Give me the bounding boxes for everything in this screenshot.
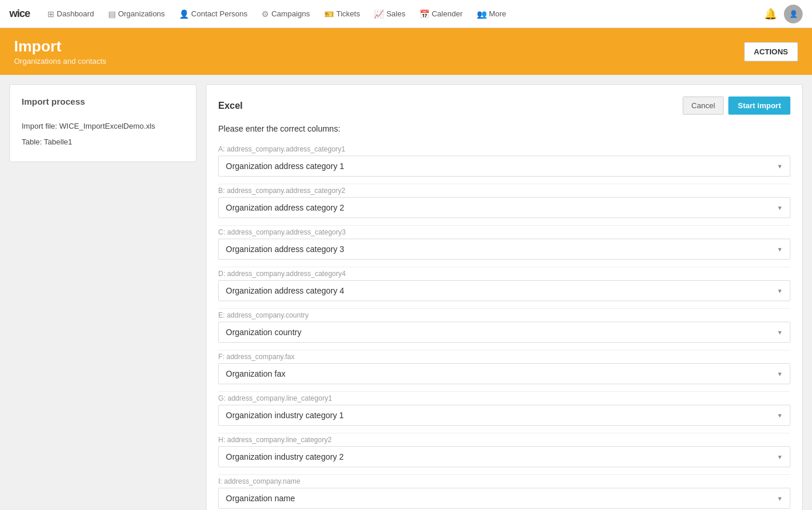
field-section-field-h: H: address_company.line_category2Organiz… <box>218 436 790 475</box>
field-select-field-b[interactable]: Organization address category 2▼ <box>218 197 790 218</box>
nav-label-more: More <box>489 9 507 18</box>
field-section-field-g: G: address_company.line_category1Organiz… <box>218 394 790 433</box>
main-panel: Excel Cancel Start import Please enter t… <box>206 84 803 510</box>
field-value-field-d: Organization address category 4 <box>226 286 344 295</box>
panel-title: Excel <box>218 101 243 111</box>
field-section-field-a: A: address_company.address_category1Orga… <box>218 145 790 184</box>
sidebar: Import process Import file: WICE_ImportE… <box>9 84 197 162</box>
page-title: Import <box>14 37 106 56</box>
field-column-label-field-a: A: address_company.address_category1 <box>218 145 790 153</box>
main-content: Import process Import file: WICE_ImportE… <box>0 75 812 510</box>
nav-item-tickets[interactable]: 🎫 Tickets <box>318 6 366 22</box>
organizations-icon: ▤ <box>108 9 116 19</box>
page-header-text: Import Organizations and contacts <box>14 37 106 66</box>
start-import-button[interactable]: Start import <box>728 97 790 115</box>
chevron-down-icon: ▼ <box>777 412 783 419</box>
calender-icon: 📅 <box>419 9 429 19</box>
chevron-down-icon: ▼ <box>777 371 783 377</box>
instructions-text: Please enter the correct columns: <box>218 124 790 133</box>
contact-persons-icon: 👤 <box>179 9 189 19</box>
field-value-field-e: Organization country <box>226 328 301 337</box>
sidebar-table: Table: Tabelle1 <box>22 134 184 150</box>
sidebar-title: Import process <box>22 97 184 106</box>
chevron-down-icon: ▼ <box>777 495 783 502</box>
nav-label-organizations: Organizations <box>118 9 165 18</box>
nav-item-contact-persons[interactable]: 👤 Contact Persons <box>173 6 253 22</box>
chevron-down-icon: ▼ <box>777 246 783 253</box>
nav-item-campaigns[interactable]: ⚙ Campaigns <box>256 6 316 22</box>
field-section-field-f: F: address_company.faxOrganization fax▼ <box>218 353 790 392</box>
field-section-field-c: C: address_company.address_category3Orga… <box>218 228 790 267</box>
chevron-down-icon: ▼ <box>777 288 783 294</box>
field-value-field-h: Organization industry category 2 <box>226 452 344 461</box>
field-value-field-b: Organization address category 2 <box>226 203 344 212</box>
user-avatar[interactable]: 👤 <box>784 5 803 23</box>
chevron-down-icon: ▼ <box>777 329 783 336</box>
nav-label-campaigns: Campaigns <box>271 9 310 18</box>
field-column-label-field-f: F: address_company.fax <box>218 353 790 361</box>
sidebar-import-file: Import file: WICE_ImportExcelDemo.xls <box>22 118 184 134</box>
field-select-field-i[interactable]: Organization name▼ <box>218 488 790 509</box>
actions-button[interactable]: ACTIONS <box>744 42 799 61</box>
navbar: wice ⊞ Dashboard ▤ Organizations 👤 Conta… <box>0 0 812 28</box>
nav-label-calender: Calender <box>432 9 463 18</box>
field-value-field-c: Organization address category 3 <box>226 244 344 254</box>
panel-actions: Cancel Start import <box>683 97 790 115</box>
field-select-field-a[interactable]: Organization address category 1▼ <box>218 156 790 177</box>
cancel-button[interactable]: Cancel <box>683 97 724 115</box>
field-value-field-g: Organization industry category 1 <box>226 411 344 420</box>
field-column-label-field-d: D: address_company.address_category4 <box>218 270 790 278</box>
campaigns-icon: ⚙ <box>262 9 269 19</box>
field-value-field-a: Organization address category 1 <box>226 161 344 171</box>
fields-container: A: address_company.address_category1Orga… <box>218 145 790 510</box>
field-section-field-b: B: address_company.address_category2Orga… <box>218 187 790 226</box>
chevron-down-icon: ▼ <box>777 163 783 170</box>
nav-item-calender[interactable]: 📅 Calender <box>414 6 469 22</box>
field-section-field-e: E: address_company.countryOrganization c… <box>218 311 790 350</box>
field-value-field-i: Organization name <box>226 494 295 503</box>
more-icon: 👥 <box>477 9 487 19</box>
nav-item-more[interactable]: 👥 More <box>471 6 512 22</box>
nav-label-tickets: Tickets <box>336 9 360 18</box>
chevron-down-icon: ▼ <box>777 205 783 211</box>
field-column-label-field-e: E: address_company.country <box>218 311 790 319</box>
field-value-field-f: Organization fax <box>226 369 285 378</box>
field-column-label-field-g: G: address_company.line_category1 <box>218 394 790 402</box>
field-column-label-field-i: I: address_company.name <box>218 477 790 485</box>
field-select-field-f[interactable]: Organization fax▼ <box>218 363 790 384</box>
panel-header: Excel Cancel Start import <box>218 97 790 115</box>
field-section-field-i: I: address_company.nameOrganization name… <box>218 477 790 510</box>
tickets-icon: 🎫 <box>324 9 334 19</box>
field-column-label-field-b: B: address_company.address_category2 <box>218 187 790 195</box>
brand-logo: wice <box>9 8 30 20</box>
nav-label-contact-persons: Contact Persons <box>191 9 247 18</box>
sales-icon: 📈 <box>374 9 384 19</box>
field-column-label-field-c: C: address_company.address_category3 <box>218 228 790 236</box>
nav-item-sales[interactable]: 📈 Sales <box>368 6 411 22</box>
dashboard-icon: ⊞ <box>47 9 54 19</box>
field-section-field-d: D: address_company.address_category4Orga… <box>218 270 790 309</box>
field-column-label-field-h: H: address_company.line_category2 <box>218 436 790 444</box>
avatar-initials: 👤 <box>789 10 798 18</box>
field-select-field-d[interactable]: Organization address category 4▼ <box>218 280 790 301</box>
field-select-field-g[interactable]: Organization industry category 1▼ <box>218 405 790 426</box>
field-select-field-c[interactable]: Organization address category 3▼ <box>218 239 790 260</box>
field-select-field-e[interactable]: Organization country▼ <box>218 322 790 343</box>
nav-label-dashboard: Dashboard <box>57 9 94 18</box>
notification-bell-icon[interactable]: 🔔 <box>764 8 777 20</box>
nav-item-organizations[interactable]: ▤ Organizations <box>102 6 171 22</box>
page-header: Import Organizations and contacts ACTION… <box>0 28 812 75</box>
field-select-field-h[interactable]: Organization industry category 2▼ <box>218 446 790 467</box>
nav-item-dashboard[interactable]: ⊞ Dashboard <box>42 6 100 22</box>
nav-label-sales: Sales <box>386 9 405 18</box>
chevron-down-icon: ▼ <box>777 454 783 460</box>
page-subtitle: Organizations and contacts <box>14 57 106 66</box>
